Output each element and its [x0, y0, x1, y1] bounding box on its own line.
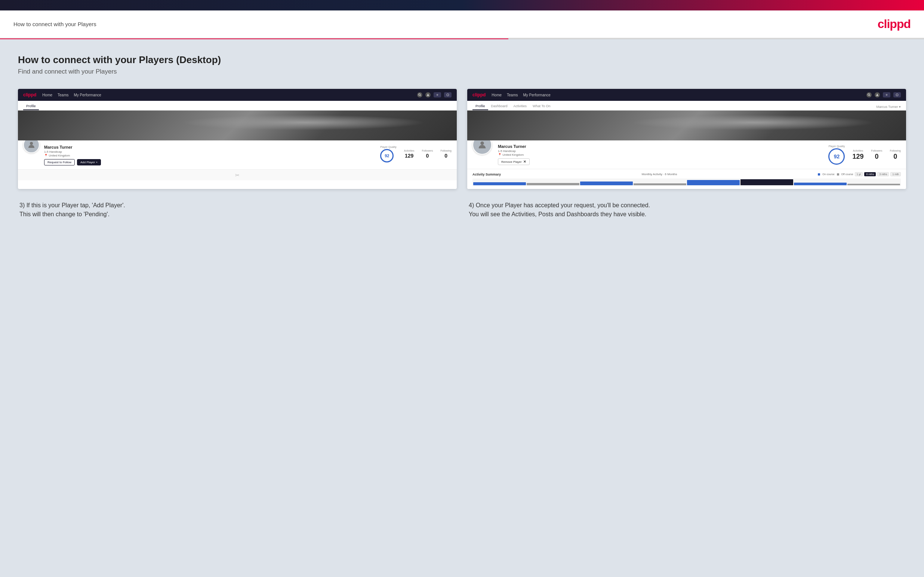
- activity-header: Activity Summary Monthly Activity · 6 Mo…: [472, 172, 901, 176]
- bar-2: [527, 183, 579, 185]
- bottom-area-left: ✂: [18, 169, 457, 181]
- globe-icon-left: [444, 92, 452, 97]
- mock-nav-home-right: Home: [491, 93, 502, 97]
- screenshot-left: clippd Home Teams My Performance: [18, 89, 457, 189]
- activity-title: Activity Summary: [472, 172, 501, 176]
- svg-point-2: [427, 94, 428, 95]
- tab-whattoon-right[interactable]: What To On: [530, 103, 553, 110]
- settings-icon-left: [434, 92, 441, 97]
- main-content: How to connect with your Players (Deskto…: [0, 39, 924, 571]
- page-title: How to connect with your Players (Deskto…: [18, 54, 906, 66]
- hero-image-left: [18, 111, 457, 140]
- quality-label-left: Player Quality: [380, 146, 397, 148]
- bar-6: [740, 179, 793, 185]
- tab-user-right[interactable]: Marcus Turner ▾: [876, 103, 901, 110]
- svg-line-7: [869, 95, 870, 96]
- mock-nav-right: clippd Home Teams My Performance: [467, 89, 906, 101]
- svg-point-11: [480, 142, 484, 145]
- description-left: 3) If this is your Player tap, 'Add Play…: [18, 201, 457, 219]
- following-label-left: Following: [440, 149, 452, 152]
- profile-section-left: Marcus Turner 1-5 Handicap 📍 United King…: [18, 140, 457, 169]
- player-country-left: 📍 United Kingdom: [44, 154, 101, 157]
- svg-point-5: [30, 142, 33, 145]
- time-1yr[interactable]: 1 yr: [855, 172, 863, 176]
- followers-value-left: 0: [422, 153, 433, 159]
- mock-nav-icons-left: [417, 92, 452, 97]
- svg-point-8: [877, 94, 878, 95]
- user-icon-left: [425, 92, 431, 97]
- following-value-left: 0: [440, 153, 452, 159]
- description-text-right: 4) Once your Player has accepted your re…: [469, 201, 905, 219]
- svg-line-1: [420, 95, 421, 96]
- tab-activities-right[interactable]: Activities: [510, 103, 530, 110]
- description-text-left: 3) If this is your Player tap, 'Add Play…: [19, 201, 455, 219]
- svg-point-10: [896, 94, 898, 96]
- add-player-button-left[interactable]: Add Player +: [77, 159, 101, 166]
- tab-dashboard-right[interactable]: Dashboard: [488, 103, 510, 110]
- mock-nav-teams-left: Teams: [58, 93, 68, 97]
- stat-followers-right: Followers 0: [871, 149, 882, 161]
- top-bar: [0, 0, 924, 10]
- activities-value-right: 129: [852, 153, 863, 161]
- player-handicap-right: 1-5 Handicap: [498, 149, 822, 153]
- page-subtitle: Find and connect with your Players: [18, 68, 906, 76]
- svg-point-0: [418, 94, 420, 96]
- stats-left: Player Quality 92 Activities 129 Followe…: [380, 146, 452, 163]
- stat-quality-right: Player Quality 92: [828, 145, 845, 165]
- stat-activities-left: Activities 129: [404, 149, 415, 159]
- time-6mths[interactable]: 6 mths: [864, 172, 876, 176]
- activity-chart: [472, 179, 901, 186]
- tab-profile-left[interactable]: Profile: [23, 103, 39, 110]
- following-label-right: Following: [890, 149, 901, 152]
- svg-point-4: [447, 94, 449, 96]
- stat-activities-right: Activities 129: [852, 149, 863, 161]
- remove-player-button-right[interactable]: Remove Player ✕: [498, 158, 530, 165]
- mock-nav-left: clippd Home Teams My Performance: [18, 89, 457, 101]
- location-icon-left: 📍: [44, 154, 48, 157]
- time-3mths[interactable]: 3 mths: [877, 172, 889, 176]
- remove-label: Remove Player: [501, 160, 522, 164]
- mock-nav-links-right: Home Teams My Performance: [491, 93, 861, 97]
- bar-1: [473, 182, 526, 185]
- player-name-right: Marcus Turner: [498, 144, 822, 148]
- followers-label-right: Followers: [871, 149, 882, 152]
- footer: Copyright Clippd 2022: [0, 571, 924, 577]
- user-icon-right: [875, 92, 880, 97]
- mock-nav-performance-right: My Performance: [523, 93, 550, 97]
- location-icon-right: 📍: [498, 153, 502, 156]
- search-icon-right: [866, 92, 872, 97]
- close-icon: ✕: [523, 160, 526, 164]
- mock-nav-performance-left: My Performance: [74, 93, 101, 97]
- activity-period: Monthly Activity · 6 Months: [642, 172, 677, 176]
- bar-8: [847, 184, 900, 185]
- player-name-left: Marcus Turner: [44, 145, 101, 149]
- activities-value-left: 129: [404, 153, 415, 159]
- player-country-right: 📍 United Kingdom: [498, 153, 822, 156]
- action-buttons-left: Request to Follow Add Player +: [44, 159, 101, 166]
- description-right: 4) Once your Player has accepted your re…: [467, 201, 906, 219]
- bar-5: [687, 180, 740, 185]
- mock-tabs-right: Profile Dashboard Activities What To On …: [467, 101, 906, 111]
- mock-nav-teams-right: Teams: [507, 93, 518, 97]
- svg-point-9: [886, 94, 887, 95]
- mock-tabs-left: Profile: [18, 101, 457, 111]
- offcourse-label: Off course: [842, 173, 853, 176]
- oncourse-label: On course: [822, 173, 834, 176]
- breadcrumb: How to connect with your Players: [13, 21, 97, 27]
- stat-quality-left: Player Quality 92: [380, 146, 397, 163]
- mock-nav-links-left: Home Teams My Performance: [42, 93, 411, 97]
- bar-7: [794, 183, 846, 185]
- activities-label-right: Activities: [852, 149, 863, 152]
- bar-4: [633, 184, 686, 185]
- offcourse-dot: [837, 173, 839, 176]
- screenshot-right: clippd Home Teams My Performance: [467, 89, 906, 189]
- time-1mth[interactable]: 1 mth: [890, 172, 901, 176]
- quality-circle-right: 92: [828, 148, 845, 165]
- svg-point-6: [868, 94, 870, 96]
- legend: On course Off course: [818, 173, 853, 176]
- hero-bg-right: [467, 111, 906, 140]
- descriptions-row: 3) If this is your Player tap, 'Add Play…: [18, 201, 906, 219]
- tab-profile-right[interactable]: Profile: [472, 103, 488, 110]
- follow-button-left[interactable]: Request to Follow: [44, 159, 75, 166]
- svg-point-3: [436, 94, 438, 95]
